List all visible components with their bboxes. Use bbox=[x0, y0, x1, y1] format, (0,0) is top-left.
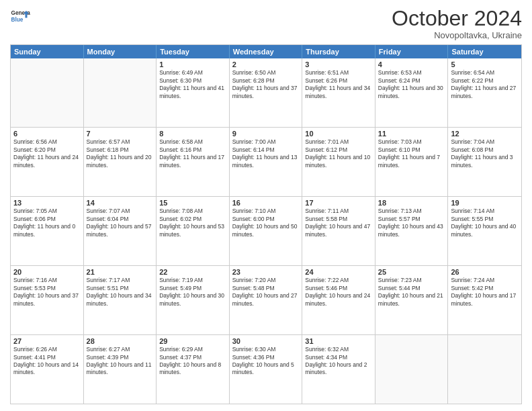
cell-info-line: Daylight: 10 hours and 50 minutes. bbox=[232, 223, 300, 238]
calendar-cell: 16Sunrise: 7:10 AMSunset: 6:00 PMDayligh… bbox=[230, 197, 303, 265]
day-number: 30 bbox=[232, 337, 300, 345]
calendar-body: 1Sunrise: 6:49 AMSunset: 6:30 PMDaylight… bbox=[11, 58, 521, 404]
cell-info-line: Daylight: 10 hours and 24 minutes. bbox=[305, 292, 372, 308]
cell-info-line: Sunrise: 7:10 AM bbox=[232, 208, 300, 215]
calendar-cell: 4Sunrise: 6:53 AMSunset: 6:24 PMDaylight… bbox=[375, 58, 449, 127]
day-number: 4 bbox=[378, 60, 445, 68]
cell-info-line: Sunrise: 6:27 AM bbox=[87, 346, 154, 353]
cell-info-line: Sunrise: 6:54 AM bbox=[451, 69, 519, 77]
cell-info-line: Sunrise: 7:23 AM bbox=[378, 277, 445, 284]
cell-info-line: Sunset: 6:08 PM bbox=[451, 146, 519, 154]
calendar-header: SundayMondayTuesdayWednesdayThursdayFrid… bbox=[11, 45, 521, 58]
cell-info-line: Daylight: 11 hours and 20 minutes. bbox=[87, 154, 154, 169]
cell-info-line: Sunrise: 6:58 AM bbox=[159, 138, 226, 146]
calendar-cell: 21Sunrise: 7:17 AMSunset: 5:51 PMDayligh… bbox=[84, 266, 157, 334]
calendar-week-row: 27Sunrise: 6:26 AMSunset: 4:41 PMDayligh… bbox=[11, 334, 521, 404]
cell-info-line: Sunrise: 6:56 AM bbox=[13, 138, 81, 146]
cell-info-line: Sunrise: 7:16 AM bbox=[13, 277, 81, 284]
day-number: 3 bbox=[305, 60, 372, 68]
day-number: 19 bbox=[451, 199, 519, 207]
day-number: 31 bbox=[305, 337, 372, 345]
day-number: 16 bbox=[232, 199, 300, 207]
calendar-cell: 14Sunrise: 7:07 AMSunset: 6:04 PMDayligh… bbox=[84, 197, 157, 265]
cell-info-line: Sunset: 5:58 PM bbox=[305, 216, 372, 223]
cell-info-line: Sunset: 5:53 PM bbox=[13, 285, 81, 292]
cell-info-line: Daylight: 11 hours and 34 minutes. bbox=[305, 85, 372, 100]
cell-info-line: Daylight: 10 hours and 57 minutes. bbox=[87, 223, 154, 238]
day-of-week-header: Sunday bbox=[11, 45, 84, 58]
subtitle: Novopoltavka, Ukraine bbox=[392, 30, 522, 40]
day-number: 24 bbox=[305, 268, 372, 276]
cell-info-line: Daylight: 10 hours and 14 minutes. bbox=[13, 361, 81, 377]
cell-info-line: Daylight: 11 hours and 0 minutes. bbox=[13, 223, 81, 238]
cell-info-line: Daylight: 11 hours and 10 minutes. bbox=[305, 154, 372, 169]
cell-info-line: Sunset: 6:12 PM bbox=[305, 146, 372, 154]
cell-info-line: Sunrise: 6:53 AM bbox=[378, 69, 445, 77]
day-of-week-header: Tuesday bbox=[157, 45, 230, 58]
cell-info-line: Sunrise: 7:01 AM bbox=[305, 138, 372, 146]
cell-info-line: Sunset: 4:39 PM bbox=[87, 354, 154, 361]
cell-info-line: Daylight: 10 hours and 2 minutes. bbox=[305, 361, 372, 377]
cell-info-line: Sunset: 6:10 PM bbox=[378, 146, 445, 154]
cell-info-line: Daylight: 10 hours and 53 minutes. bbox=[159, 223, 226, 238]
day-number: 12 bbox=[451, 130, 519, 138]
cell-info-line: Sunset: 5:57 PM bbox=[378, 216, 445, 223]
cell-info-line: Daylight: 10 hours and 40 minutes. bbox=[451, 223, 519, 238]
cell-info-line: Sunset: 6:16 PM bbox=[159, 146, 226, 154]
calendar-cell: 17Sunrise: 7:11 AMSunset: 5:58 PMDayligh… bbox=[302, 197, 375, 265]
cell-info-line: Sunrise: 7:00 AM bbox=[232, 138, 300, 146]
cell-info-line: Sunset: 6:26 PM bbox=[305, 77, 372, 85]
cell-info-line: Sunrise: 6:57 AM bbox=[87, 138, 154, 146]
cell-info-line: Sunrise: 7:08 AM bbox=[159, 208, 226, 215]
cell-info-line: Sunrise: 7:14 AM bbox=[451, 208, 519, 215]
calendar-cell: 27Sunrise: 6:26 AMSunset: 4:41 PMDayligh… bbox=[11, 335, 84, 404]
cell-info-line: Sunset: 5:51 PM bbox=[87, 285, 154, 292]
cell-info-line: Daylight: 10 hours and 47 minutes. bbox=[305, 223, 372, 238]
cell-info-line: Sunset: 6:24 PM bbox=[378, 77, 445, 85]
cell-info-line: Sunrise: 7:03 AM bbox=[378, 138, 445, 146]
day-number: 14 bbox=[87, 199, 154, 207]
calendar-cell: 26Sunrise: 7:24 AMSunset: 5:42 PMDayligh… bbox=[448, 266, 521, 334]
cell-info-line: Daylight: 10 hours and 21 minutes. bbox=[378, 292, 445, 308]
cell-info-line: Sunrise: 7:04 AM bbox=[451, 138, 519, 146]
cell-info-line: Daylight: 10 hours and 8 minutes. bbox=[159, 361, 226, 377]
day-of-week-header: Monday bbox=[84, 45, 157, 58]
cell-info-line: Sunset: 6:22 PM bbox=[451, 77, 519, 85]
day-number: 25 bbox=[378, 268, 445, 276]
cell-info-line: Daylight: 11 hours and 27 minutes. bbox=[451, 85, 519, 100]
cell-info-line: Sunset: 5:44 PM bbox=[378, 285, 445, 292]
cell-info-line: Daylight: 10 hours and 5 minutes. bbox=[232, 361, 300, 377]
cell-info-line: Daylight: 11 hours and 41 minutes. bbox=[159, 85, 226, 100]
logo-icon: General Blue bbox=[10, 7, 30, 27]
cell-info-line: Sunrise: 7:19 AM bbox=[159, 277, 226, 284]
cell-info-line: Sunrise: 6:49 AM bbox=[159, 69, 226, 77]
day-number: 23 bbox=[232, 268, 300, 276]
day-number: 8 bbox=[159, 130, 226, 138]
cell-info-line: Sunset: 6:14 PM bbox=[232, 146, 300, 154]
day-number: 15 bbox=[159, 199, 226, 207]
calendar-cell: 23Sunrise: 7:20 AMSunset: 5:48 PMDayligh… bbox=[230, 266, 303, 334]
cell-info-line: Daylight: 11 hours and 13 minutes. bbox=[232, 154, 300, 169]
cell-info-line: Daylight: 10 hours and 30 minutes. bbox=[159, 292, 226, 308]
cell-info-line: Sunset: 5:55 PM bbox=[451, 216, 519, 223]
day-number: 21 bbox=[87, 268, 154, 276]
calendar-cell: 31Sunrise: 6:32 AMSunset: 4:34 PMDayligh… bbox=[302, 335, 375, 404]
calendar-cell: 7Sunrise: 6:57 AMSunset: 6:18 PMDaylight… bbox=[84, 128, 157, 196]
cell-info-line: Sunrise: 6:29 AM bbox=[159, 346, 226, 353]
calendar-cell: 5Sunrise: 6:54 AMSunset: 6:22 PMDaylight… bbox=[448, 58, 521, 127]
cell-info-line: Sunrise: 6:30 AM bbox=[232, 346, 300, 353]
day-of-week-header: Thursday bbox=[302, 45, 375, 58]
calendar-cell: 22Sunrise: 7:19 AMSunset: 5:49 PMDayligh… bbox=[157, 266, 230, 334]
cell-info-line: Sunset: 6:00 PM bbox=[232, 216, 300, 223]
header: General Blue October 2024 Novopoltavka, … bbox=[10, 7, 522, 40]
cell-info-line: Sunrise: 7:22 AM bbox=[305, 277, 372, 284]
cell-info-line: Sunset: 5:49 PM bbox=[159, 285, 226, 292]
cell-info-line: Sunrise: 7:07 AM bbox=[87, 208, 154, 215]
calendar-week-row: 6Sunrise: 6:56 AMSunset: 6:20 PMDaylight… bbox=[11, 127, 521, 196]
day-number: 28 bbox=[87, 337, 154, 345]
cell-info-line: Sunset: 6:30 PM bbox=[159, 77, 226, 85]
cell-info-line: Daylight: 10 hours and 11 minutes. bbox=[87, 361, 154, 377]
cell-info-line: Daylight: 10 hours and 17 minutes. bbox=[451, 292, 519, 308]
cell-info-line: Daylight: 10 hours and 37 minutes. bbox=[13, 292, 81, 308]
day-number: 17 bbox=[305, 199, 372, 207]
